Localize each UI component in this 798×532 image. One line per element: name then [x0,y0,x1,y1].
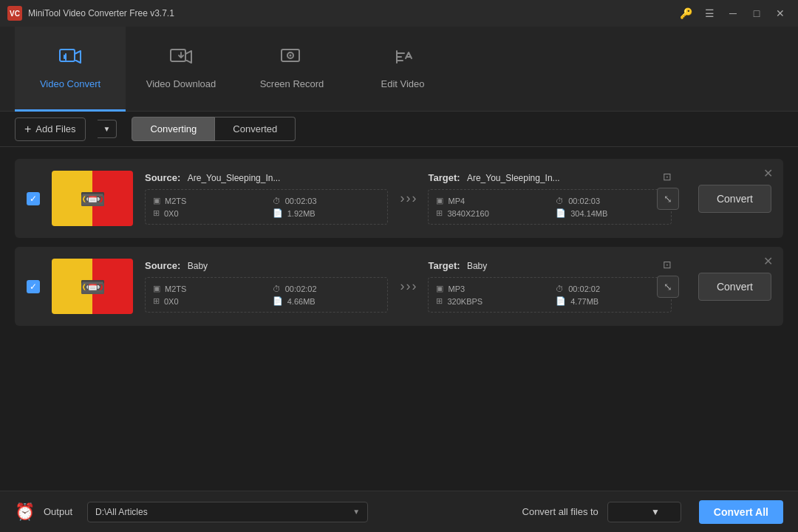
convert-all-files-label: Convert all files to [522,506,598,517]
target-block-1: ⊡ Target: Are_You_Sleeping_In... ▣ MP4 ⏱… [428,172,671,225]
arrow-chevron-2b: › [406,279,410,294]
key-button[interactable]: 🔑 [675,6,696,21]
t-duration-icon-2: ⏱ [556,284,564,293]
arrows-1: › › › [400,191,416,206]
titlebar: VC MiniTool Video Converter Free v3.7.1 … [0,0,798,27]
source-format-2: ▣ M2TS [153,284,261,293]
sub-tabs-bar: + Add Files ▼ Converting Converted [0,112,798,147]
convert-1-button[interactable]: Convert [698,185,771,213]
t-size-icon-2: 📄 [556,296,566,306]
arrow-block-1: › › › [388,191,428,206]
file-card-1: ✕ ✓ 📼 Source: Are_You_Sleeping_In... ▣ M… [15,159,783,238]
menu-button[interactable]: ☰ [699,6,720,21]
output-path-dropdown-icon: ▼ [352,508,360,516]
target-resize-2-button[interactable]: ⤡ [657,276,679,298]
tab-converting[interactable]: Converting [132,117,215,141]
nav-tab-edit-video[interactable]: Edit Video [347,27,458,112]
svg-point-4 [290,54,292,56]
source-block-1: Source: Are_You_Sleeping_In... ▣ M2TS ⏱ … [145,172,388,225]
source-duration-2: ⏱ 00:02:02 [273,284,381,293]
add-files-label: Add Files [35,123,75,134]
source-size-1: 📄 1.92MB [273,208,381,218]
maximize-button[interactable]: □ [746,6,767,21]
app-icon: VC [7,6,22,21]
size-icon-2: 📄 [273,296,283,306]
add-files-button[interactable]: + Add Files [15,117,86,141]
file-card-2: ✕ ✓ 📼 Source: Baby ▣ M2TS [15,247,783,326]
target-edit-1-button[interactable]: ⊡ [663,171,672,183]
thumb-icon-1: 📼 [80,186,106,211]
output-path-selector[interactable]: D:\All Articles ▼ [87,502,368,522]
source-size-2: 📄 4.66MB [273,296,381,306]
source-label-1: Source: Are_You_Sleeping_In... [145,172,388,183]
t-resolution-icon-1: ⊞ [436,208,443,218]
source-filename-2: Baby [188,261,208,271]
t-format-icon-1: ▣ [436,196,443,205]
app-title: MiniTool Video Converter Free v3.7.1 [28,8,174,18]
source-format-1: ▣ M2TS [153,196,261,205]
nav-label-video-convert: Video Convert [40,78,100,89]
target-size-1: 📄 304.14MB [556,208,664,218]
add-files-plus-icon: + [24,123,31,136]
target-format-2: ▣ MP3 [436,284,544,293]
arrow-chevron-2a: › [400,279,404,294]
target-resolution-1: ⊞ 3840X2160 [436,208,544,218]
convert-all-button[interactable]: Convert All [699,500,783,524]
target-resize-1-button[interactable]: ⤡ [657,188,679,210]
arrows-2: › › › [400,279,416,294]
convert-2-button[interactable]: Convert [698,273,771,301]
target-filename-2: Baby [467,261,487,271]
target-format-1: ▣ MP4 [436,196,544,205]
close-button[interactable]: ✕ [770,6,791,21]
checkbox-2[interactable]: ✓ [27,280,40,293]
main-content: ✕ ✓ 📼 Source: Are_You_Sleeping_In... ▣ M… [0,147,798,491]
source-duration-1: ⏱ 00:02:03 [273,196,381,205]
format-icon-1: ▣ [153,196,160,205]
arrow-chevron-1a: › [400,191,404,206]
target-edit-2-button[interactable]: ⊡ [663,259,672,270]
nav-tab-video-download[interactable]: Video Download [126,27,236,112]
nav-tab-screen-record[interactable]: Screen Record [236,27,347,112]
arrow-chevron-1b: › [406,191,410,206]
source-resolution-1: ⊞ 0X0 [153,208,261,218]
nav-label-video-download: Video Download [146,78,216,89]
output-path-text: D:\All Articles [95,507,148,517]
video-convert-icon [58,47,82,72]
source-label-2: Source: Baby [145,260,388,271]
nav-label-screen-record: Screen Record [260,78,324,89]
nav-label-edit-video: Edit Video [381,78,424,89]
target-resolution-2: ⊞ 320KBPS [436,296,544,306]
convert-all-dropdown-icon: ▼ [651,507,660,517]
format-icon-2: ▣ [153,284,160,293]
source-filename-1: Are_You_Sleeping_In... [188,173,281,183]
convert-all-format-select[interactable]: ▼ [607,502,681,522]
close-card-1-button[interactable]: ✕ [763,166,773,180]
duration-icon-1: ⏱ [273,197,281,205]
target-label-1: Target: Are_You_Sleeping_In... [428,172,671,183]
arrow-block-2: › › › [388,279,428,294]
t-duration-icon-1: ⏱ [556,197,564,205]
source-block-2: Source: Baby ▣ M2TS ⏱ 00:02:02 ⊞ 0X0 [145,260,388,313]
tab-converted[interactable]: Converted [215,117,296,141]
thumb-icon-2: 📼 [80,274,106,299]
close-card-2-button[interactable]: ✕ [763,254,773,268]
thumbnail-1: 📼 [52,171,133,226]
target-meta-1: ▣ MP4 ⏱ 00:02:03 ⊞ 3840X2160 📄 304.14MB [428,189,671,225]
titlebar-controls: 🔑 ☰ ─ □ ✕ [675,6,791,21]
source-meta-2: ▣ M2TS ⏱ 00:02:02 ⊞ 0X0 📄 4.66MB [145,277,388,313]
target-duration-2: ⏱ 00:02:02 [556,284,664,293]
checkbox-1[interactable]: ✓ [27,192,40,205]
add-files-dropdown[interactable]: ▼ [98,120,117,138]
output-label: Output [44,506,72,517]
target-label-2: Target: Baby [428,260,671,271]
duration-icon-2: ⏱ [273,284,281,293]
minimize-button[interactable]: ─ [723,6,743,21]
output-clock-icon: ⏰ [15,502,35,522]
thumbnail-2: 📼 [52,259,133,314]
t-resolution-icon-2: ⊞ [436,296,443,306]
t-size-icon-1: 📄 [556,208,566,218]
nav-tab-video-convert[interactable]: Video Convert [15,27,126,112]
target-filename-1: Are_You_Sleeping_In... [467,173,560,183]
target-block-2: ⊡ Target: Baby ▣ MP3 ⏱ 00:02:02 ⊞ [428,260,671,313]
screen-record-icon [280,47,304,72]
